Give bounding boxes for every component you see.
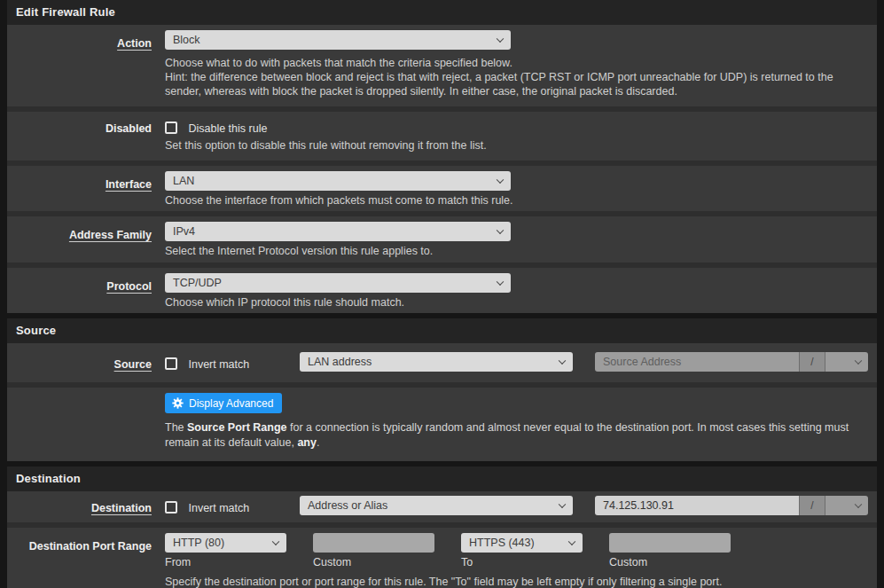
source-label: Source xyxy=(114,358,152,371)
row-action: Action Block Choose what to do with pack… xyxy=(7,25,877,106)
destination-invert-label: Invert match xyxy=(188,502,249,514)
action-select[interactable]: Block xyxy=(165,30,511,50)
source-invert-label: Invert match xyxy=(188,358,249,371)
protocol-select[interactable]: TCP/UDP xyxy=(165,273,511,293)
port-from-custom-caption: Custom xyxy=(313,556,434,568)
protocol-label: Protocol xyxy=(106,280,152,293)
disabled-help: Set this option to disable this rule wit… xyxy=(165,139,868,153)
chevron-down-icon xyxy=(497,35,504,43)
row-protocol: Protocol TCP/UDP Choose which IP protoco… xyxy=(7,263,877,314)
destination-address-input[interactable] xyxy=(595,496,799,515)
chevron-down-icon xyxy=(272,538,279,545)
panel-body-edit-firewall-rule: Action Block Choose what to do with pack… xyxy=(7,25,877,313)
interface-select-value: LAN xyxy=(173,175,194,187)
address-family-select[interactable]: IPv4 xyxy=(165,222,511,241)
gear-icon xyxy=(172,397,184,409)
action-select-value: Block xyxy=(173,34,200,46)
display-advanced-button[interactable]: Display Advanced xyxy=(165,393,282,413)
action-help-line1: Choose what to do with packets that matc… xyxy=(165,56,868,70)
port-from-select[interactable]: HTTP (80) xyxy=(165,533,286,553)
chevron-down-icon xyxy=(559,501,566,508)
panel-destination: Destination Destination Invert match Add… xyxy=(7,466,877,588)
panel-source: Source Source Invert match LAN address xyxy=(7,318,877,461)
address-family-select-value: IPv4 xyxy=(173,225,195,238)
chevron-down-icon xyxy=(855,357,862,365)
port-from-select-value: HTTP (80) xyxy=(173,537,224,549)
source-address-input xyxy=(595,352,799,372)
panel-title-destination: Destination xyxy=(7,466,877,491)
row-source-advanced: Display Advanced The Source Port Range f… xyxy=(7,382,877,461)
source-address-group: / xyxy=(595,352,868,372)
port-from-custom-input xyxy=(313,533,434,553)
chevron-down-icon xyxy=(497,227,504,234)
destination-type-select[interactable]: Address or Alias xyxy=(300,496,573,515)
row-interface: Interface LAN Choose the interface from … xyxy=(7,161,877,212)
destination-mask-select xyxy=(825,496,868,515)
port-from-caption: From xyxy=(165,556,286,568)
port-to-custom-caption: Custom xyxy=(609,556,731,568)
address-family-help: Select the Internet Protocol version thi… xyxy=(165,245,868,259)
action-label: Action xyxy=(117,37,152,50)
panel-edit-firewall-rule: Edit Firewall Rule Action Block Choose w… xyxy=(7,0,877,313)
source-mask-select xyxy=(825,352,868,372)
firewall-rule-edit-page: Edit Firewall Rule Action Block Choose w… xyxy=(0,0,884,588)
port-to-caption: To xyxy=(461,556,583,568)
protocol-select-value: TCP/UDP xyxy=(173,277,222,289)
panel-title-source: Source xyxy=(7,318,877,343)
destination-type-select-value: Address or Alias xyxy=(308,499,387,512)
chevron-down-icon xyxy=(568,538,575,545)
chevron-down-icon xyxy=(855,501,862,508)
port-to-select-value: HTTPS (443) xyxy=(469,537,535,549)
port-to-custom-input xyxy=(609,533,731,553)
chevron-down-icon xyxy=(497,176,504,183)
interface-help: Choose the interface from which packets … xyxy=(165,194,868,208)
interface-select[interactable]: LAN xyxy=(165,171,511,191)
destination-label: Destination xyxy=(91,502,152,514)
disable-rule-checkbox-label: Disable this rule xyxy=(188,122,267,135)
row-destination-port-range: Destination Port Range HTTP (80) From xyxy=(7,522,877,588)
action-help-line2: Hint: the difference between block and r… xyxy=(165,70,868,98)
chevron-down-icon xyxy=(497,278,504,285)
disable-rule-checkbox[interactable] xyxy=(165,122,177,134)
destination-port-range-label: Destination Port Range xyxy=(29,540,152,553)
panel-title-edit-firewall-rule: Edit Firewall Rule xyxy=(7,0,877,25)
source-type-select-value: LAN address xyxy=(308,356,372,368)
mask-separator: / xyxy=(799,352,825,372)
destination-invert-checkbox[interactable] xyxy=(165,501,177,514)
row-destination: Destination Invert match Address or Alia… xyxy=(7,491,877,522)
protocol-help: Choose which IP protocol this rule shoul… xyxy=(165,296,868,310)
mask-separator: / xyxy=(799,496,825,515)
row-address-family: Address Family IPv4 Select the Internet … xyxy=(7,211,877,263)
address-family-label: Address Family xyxy=(69,229,152,241)
chevron-down-icon xyxy=(559,357,566,365)
source-invert-checkbox[interactable] xyxy=(165,357,177,370)
source-type-select[interactable]: LAN address xyxy=(300,352,573,372)
row-source: Source Invert match LAN address / xyxy=(7,343,877,382)
interface-label: Interface xyxy=(106,178,152,191)
source-port-range-note: The Source Port Range for a connection i… xyxy=(165,420,868,450)
port-to-select[interactable]: HTTPS (443) xyxy=(461,533,583,553)
display-advanced-label: Display Advanced xyxy=(189,397,273,410)
disabled-label: Disabled xyxy=(106,122,152,135)
destination-address-group: / xyxy=(595,496,868,515)
row-disabled: Disabled Disable this rule Set this opti… xyxy=(7,106,877,161)
destination-port-range-help: Specify the destination port or port ran… xyxy=(165,576,868,588)
